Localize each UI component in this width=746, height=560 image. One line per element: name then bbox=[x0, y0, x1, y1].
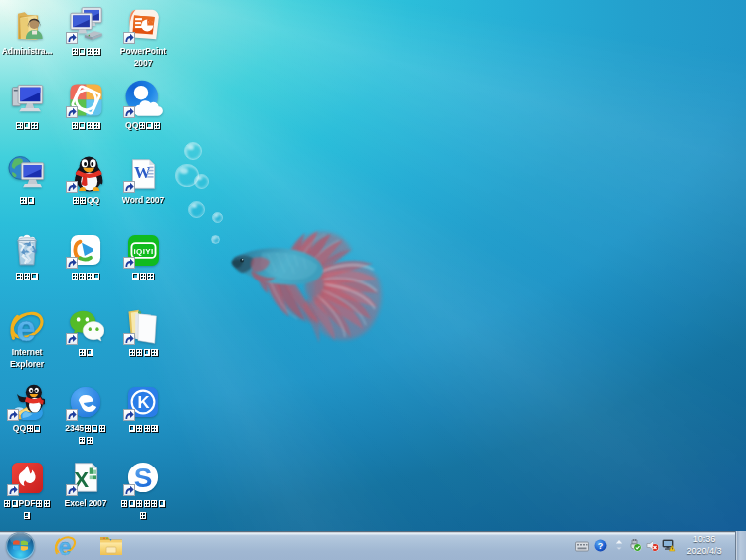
svg-text:e: e bbox=[16, 308, 36, 344]
svg-text:e: e bbox=[58, 534, 71, 557]
svg-text:K: K bbox=[138, 393, 150, 412]
svg-text:?: ? bbox=[598, 541, 604, 551]
svg-text:S: S bbox=[134, 463, 153, 493]
svg-text:iQIYI: iQIYI bbox=[133, 247, 153, 256]
svg-text:W: W bbox=[134, 163, 151, 182]
